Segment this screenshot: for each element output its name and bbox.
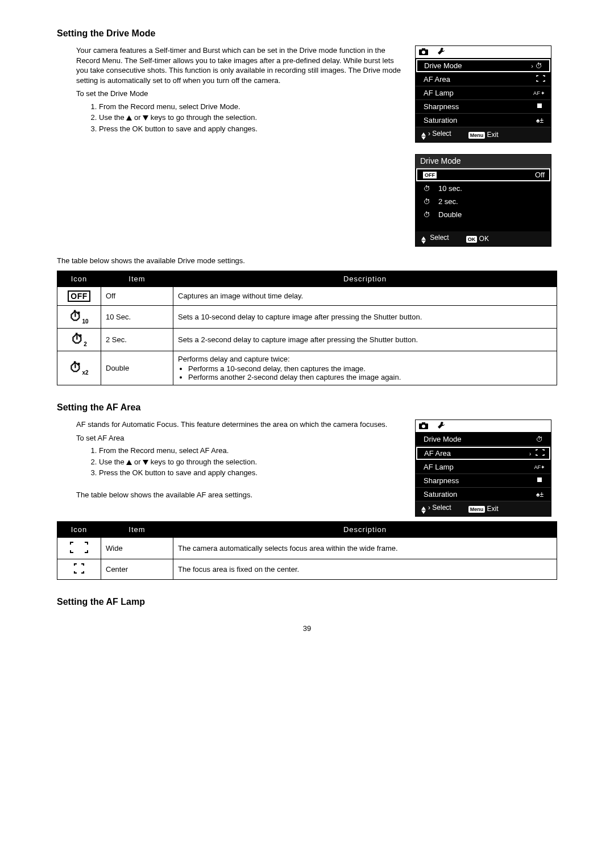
timer10-icon: ⏱	[536, 62, 545, 70]
af-area-icon	[536, 75, 545, 84]
col-icon: Icon	[57, 271, 101, 286]
menu-badge-icon: Menu	[468, 506, 486, 513]
off-icon: OFF	[423, 172, 437, 178]
wrench-tab-icon	[437, 421, 445, 431]
wrench-tab-icon	[437, 47, 445, 57]
menu-item-sharpness[interactable]: Sharpness	[416, 474, 551, 488]
menu-item-drive-mode[interactable]: Drive Mode ⏱	[416, 433, 551, 446]
svg-point-6	[422, 425, 425, 428]
down-arrow-icon	[143, 115, 148, 121]
af-lamp-icon: AF✦	[533, 90, 545, 96]
svg-rect-3	[537, 103, 542, 108]
up-arrow-icon	[126, 460, 132, 465]
af-area-table: Icon Item Description Wide The camera au…	[57, 521, 557, 580]
svg-rect-5	[422, 422, 425, 424]
drive-step-3: Press the OK button to save and apply ch…	[99, 123, 404, 135]
af-wide-icon	[69, 541, 89, 555]
col-icon: Icon	[57, 522, 101, 538]
menu-item-af-lamp[interactable]: AF Lamp AF✦	[416, 86, 551, 100]
table-row: ⏱10 10 Sec. Sets a 10-second delay to ca…	[57, 305, 557, 328]
option-10sec[interactable]: ⏱ 10 sec.	[416, 182, 551, 195]
drive-mode-table: Icon Item Description OFF Off Captures a…	[57, 271, 557, 386]
drive-text-column: Your camera features a Self-timer and Bu…	[57, 45, 404, 140]
menu-item-af-area[interactable]: AF Area ›	[416, 447, 550, 460]
timer-double-icon: ⏱	[424, 211, 433, 219]
menu-item-saturation[interactable]: Saturation ♠±	[416, 114, 551, 127]
menu-tabs	[416, 420, 551, 433]
up-arrow-icon	[126, 115, 132, 121]
ok-badge-icon: OK	[466, 236, 478, 243]
afarea-step-2: Use the or keys to go through the select…	[99, 456, 404, 468]
saturation-icon: ♠±	[536, 491, 545, 499]
sharpness-icon	[536, 476, 545, 485]
timer-double-icon: ⏱x2	[69, 360, 88, 375]
record-menu-drive: Drive Mode ›⏱ AF Area AF Lamp AF✦ Sharpn…	[415, 45, 551, 143]
table-row: Wide The camera automatically selects fo…	[57, 538, 557, 559]
afarea-steps: From the Record menu, select AF Area. Us…	[76, 445, 404, 479]
menu-item-sharpness[interactable]: Sharpness	[416, 100, 551, 114]
timer10-icon: ⏱10	[69, 309, 88, 323]
table-row: Center The focus area is fixed on the ce…	[57, 559, 557, 580]
svg-point-2	[422, 51, 425, 54]
sharpness-icon	[536, 102, 545, 111]
option-off[interactable]: OFF Off	[416, 168, 550, 181]
svg-rect-7	[537, 477, 542, 482]
col-desc: Description	[173, 271, 557, 286]
down-arrow-icon	[143, 460, 148, 465]
menu-badge-icon: Menu	[468, 132, 486, 139]
option-double[interactable]: ⏱ Double	[416, 208, 551, 221]
menu-tabs	[416, 46, 551, 59]
chevron-right-icon: ›	[529, 450, 532, 457]
record-menu-afarea: Drive Mode ⏱ AF Area › AF Lamp AF✦ Sharp…	[415, 420, 551, 517]
afarea-step-1: From the Record menu, select AF Area.	[99, 445, 404, 456]
menu-item-af-area[interactable]: AF Area	[416, 73, 551, 86]
heading-drive-mode: Setting the Drive Mode	[57, 28, 557, 39]
drive-step-1: From the Record menu, select Drive Mode.	[99, 101, 404, 113]
heading-af-area: Setting the AF Area	[57, 402, 557, 413]
chevron-right-icon: ›	[531, 63, 533, 69]
menu-item-drive-mode[interactable]: Drive Mode ›⏱	[416, 59, 550, 72]
section-af-area: Setting the AF Area AF stands for Automa…	[57, 402, 557, 580]
svg-rect-1	[422, 48, 425, 50]
drive-mode-submenu: Drive Mode OFF Off ⏱ 10 sec. ⏱ 2 sec. ⏱ …	[415, 154, 551, 247]
camera-tab-icon	[419, 48, 428, 57]
afarea-text-column: AF stands for Automatic Focus. This feat…	[57, 420, 404, 502]
drive-subhead: To set the Drive Mode	[76, 89, 404, 99]
afarea-subhead: To set AF Area	[76, 433, 404, 443]
off-icon: OFF	[68, 290, 90, 302]
table-row: ⏱2 2 Sec. Sets a 2-second delay to captu…	[57, 328, 557, 351]
heading-af-lamp: Setting the AF Lamp	[57, 597, 557, 607]
timer10-icon: ⏱	[424, 185, 433, 193]
menu-item-saturation[interactable]: Saturation ♠±	[416, 488, 551, 501]
saturation-icon: ♠±	[536, 117, 545, 124]
table-row: ⏱x2 Double Performs delay and capture tw…	[57, 351, 557, 385]
timer2-icon: ⏱	[424, 198, 433, 206]
timer2-icon: ⏱2	[71, 332, 87, 346]
section-drive-mode: Setting the Drive Mode Your camera featu…	[57, 28, 557, 385]
menu-footer: › Select Menu Exit	[416, 127, 551, 142]
col-item: Item	[101, 522, 173, 538]
submenu-footer: Select OK OK	[416, 231, 551, 246]
afarea-step-3: Press the OK button to save and apply ch…	[99, 467, 404, 479]
menu-item-af-lamp[interactable]: AF Lamp AF✦	[416, 460, 551, 474]
col-item: Item	[101, 271, 173, 286]
af-center-icon	[73, 563, 85, 576]
drive-table-intro: The table below shows the available Driv…	[57, 256, 557, 266]
af-lamp-icon: AF✦	[534, 464, 545, 470]
drive-step-2: Use the or keys to go through the select…	[99, 112, 404, 123]
submenu-title: Drive Mode	[416, 155, 551, 168]
table-row: OFF Off Captures an image without time d…	[57, 286, 557, 305]
af-area-icon	[536, 449, 545, 456]
col-desc: Description	[173, 522, 557, 538]
afarea-intro: AF stands for Automatic Focus. This feat…	[76, 420, 404, 430]
drive-steps: From the Record menu, select Drive Mode.…	[76, 101, 404, 135]
camera-tab-icon	[419, 422, 428, 431]
drive-intro: Your camera features a Self-timer and Bu…	[76, 45, 404, 85]
option-2sec[interactable]: ⏱ 2 sec.	[416, 195, 551, 208]
menu-footer: › Select Menu Exit	[416, 501, 551, 516]
timer10-icon: ⏱	[536, 435, 545, 443]
afarea-table-intro: The table below shows the available AF a…	[76, 490, 404, 500]
page-number: 39	[57, 624, 557, 633]
